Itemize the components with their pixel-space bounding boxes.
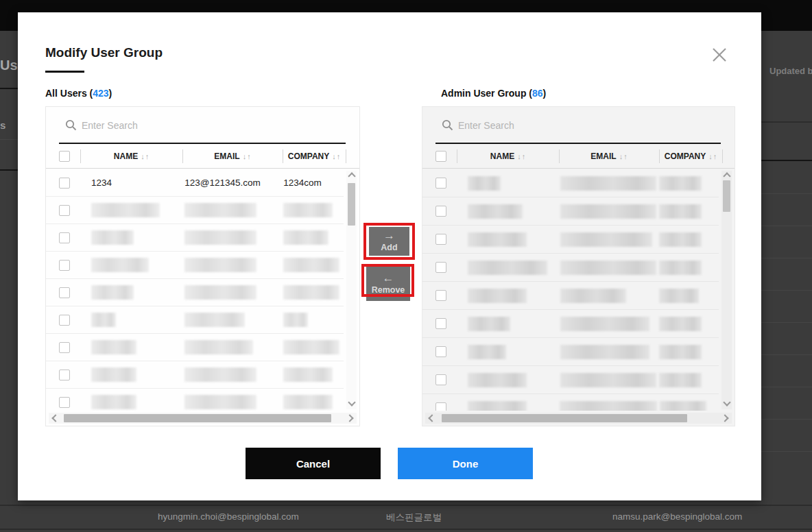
row-checkbox[interactable] bbox=[435, 346, 446, 357]
redacted-value bbox=[560, 261, 656, 275]
row-checkbox[interactable] bbox=[59, 178, 70, 189]
redacted-value bbox=[184, 203, 256, 217]
cell-name bbox=[81, 230, 182, 245]
row-checkbox[interactable] bbox=[435, 178, 446, 189]
row-checkbox[interactable] bbox=[435, 206, 446, 217]
cancel-button[interactable]: Cancel bbox=[246, 448, 381, 479]
redacted-value bbox=[468, 176, 501, 191]
column-header-name[interactable]: NAME↓↑ bbox=[457, 149, 559, 163]
select-all-checkbox[interactable] bbox=[435, 151, 446, 162]
sort-arrows-icon: ↓↑ bbox=[708, 152, 717, 160]
arrow-right-icon: → bbox=[383, 230, 395, 241]
column-header-email[interactable]: EMAIL↓↑ bbox=[559, 149, 659, 163]
redacted-value bbox=[184, 367, 256, 382]
close-button[interactable] bbox=[709, 45, 730, 65]
redacted-value bbox=[560, 204, 656, 219]
column-header-company[interactable]: COMPANY↓↑ bbox=[659, 149, 723, 163]
sort-arrows-icon: ↓↑ bbox=[619, 152, 628, 160]
scroll-down-icon[interactable] bbox=[348, 398, 355, 406]
search-icon bbox=[65, 119, 77, 131]
scroll-right-icon[interactable] bbox=[721, 414, 728, 422]
row-checkbox[interactable] bbox=[435, 374, 446, 385]
redacted-value bbox=[659, 204, 702, 219]
column-header-email[interactable]: EMAIL↓↑ bbox=[182, 149, 283, 163]
background-row-divider bbox=[761, 258, 812, 258]
vertical-scrollbar[interactable] bbox=[346, 171, 357, 409]
all-users-panel: NAME↓↑ EMAIL↓↑ COMPANY↓↑ 1234123@121345.… bbox=[45, 106, 360, 426]
row-checkbox[interactable] bbox=[59, 315, 70, 326]
admin-group-label: Admin User Group (86) bbox=[441, 88, 546, 99]
column-header-company[interactable]: COMPANY↓↑ bbox=[283, 149, 346, 163]
cell-company bbox=[657, 401, 719, 411]
cell-name bbox=[457, 176, 558, 191]
cell-email bbox=[558, 261, 656, 275]
search-input[interactable] bbox=[82, 115, 287, 136]
redacted-value bbox=[184, 340, 253, 354]
cell-email bbox=[558, 345, 656, 359]
row-checkbox[interactable] bbox=[59, 260, 70, 271]
redacted-value bbox=[91, 285, 134, 300]
scroll-right-icon[interactable] bbox=[346, 414, 353, 422]
scroll-left-icon[interactable] bbox=[428, 414, 435, 422]
scroll-down-icon[interactable] bbox=[723, 398, 730, 406]
cell-name bbox=[81, 367, 182, 382]
horizontal-scrollbar[interactable] bbox=[425, 413, 732, 424]
scroll-left-icon[interactable] bbox=[51, 414, 59, 422]
row-checkbox[interactable] bbox=[435, 234, 446, 245]
search-row bbox=[422, 107, 735, 144]
cell-name bbox=[81, 340, 182, 354]
vertical-scroll-thumb[interactable] bbox=[723, 180, 730, 212]
cell-company bbox=[656, 176, 719, 191]
redacted-value bbox=[560, 401, 657, 411]
row-checkbox[interactable] bbox=[59, 370, 70, 380]
horizontal-scroll-thumb[interactable] bbox=[442, 414, 687, 422]
redacted-value bbox=[283, 258, 339, 272]
redacted-value bbox=[184, 395, 256, 409]
background-email-cell: namsu.park@bespinglobal.com bbox=[612, 511, 742, 522]
admin-group-label-text: Admin User Group ( bbox=[441, 88, 532, 99]
select-all-checkbox[interactable] bbox=[59, 151, 70, 162]
horizontal-scrollbar[interactable] bbox=[49, 413, 357, 424]
vertical-scrollbar[interactable] bbox=[721, 171, 732, 409]
row-checkbox[interactable] bbox=[435, 290, 446, 301]
scroll-up-icon[interactable] bbox=[723, 172, 730, 180]
column-header-name[interactable]: NAME↓↑ bbox=[80, 149, 182, 163]
background-divider bbox=[0, 529, 812, 530]
add-button[interactable]: → Add bbox=[369, 227, 409, 256]
redacted-value bbox=[468, 261, 547, 275]
row-checkbox[interactable] bbox=[59, 287, 70, 298]
row-checkbox[interactable] bbox=[435, 318, 446, 329]
redacted-value bbox=[91, 395, 136, 409]
cell-company bbox=[280, 230, 344, 245]
background-row-divider bbox=[761, 322, 812, 323]
redacted-value bbox=[91, 230, 134, 245]
row-checkbox[interactable] bbox=[59, 397, 70, 408]
row-checkbox[interactable] bbox=[59, 232, 70, 243]
redacted-value bbox=[659, 345, 702, 359]
sort-arrows-icon: ↓↑ bbox=[141, 152, 150, 160]
background-divider bbox=[0, 169, 18, 171]
horizontal-scroll-thumb[interactable] bbox=[64, 414, 331, 422]
cell-email: 123@121345.com bbox=[182, 178, 280, 188]
done-button[interactable]: Done bbox=[398, 448, 533, 479]
cell-email bbox=[182, 230, 280, 245]
scroll-up-icon[interactable] bbox=[348, 172, 355, 180]
cell-name bbox=[457, 401, 557, 411]
vertical-scroll-thumb[interactable] bbox=[348, 183, 355, 226]
remove-button[interactable]: ← Remove bbox=[366, 267, 410, 301]
row-checkbox[interactable] bbox=[59, 205, 70, 216]
cell-company bbox=[656, 373, 719, 387]
background-divider bbox=[0, 139, 18, 140]
admin-group-panel: NAME↓↑ EMAIL↓↑ COMPANY↓↑ bbox=[422, 106, 735, 426]
search-input[interactable] bbox=[458, 115, 664, 136]
row-checkbox[interactable] bbox=[59, 342, 70, 353]
column-header-email-text: EMAIL bbox=[214, 152, 239, 161]
cell-email bbox=[182, 313, 280, 327]
redacted-value bbox=[468, 204, 523, 219]
cell-email bbox=[182, 367, 280, 382]
cell-company bbox=[656, 232, 719, 247]
cell-company bbox=[280, 285, 344, 300]
row-checkbox[interactable] bbox=[435, 262, 446, 273]
table-row bbox=[422, 282, 719, 310]
row-checkbox[interactable] bbox=[435, 402, 446, 411]
